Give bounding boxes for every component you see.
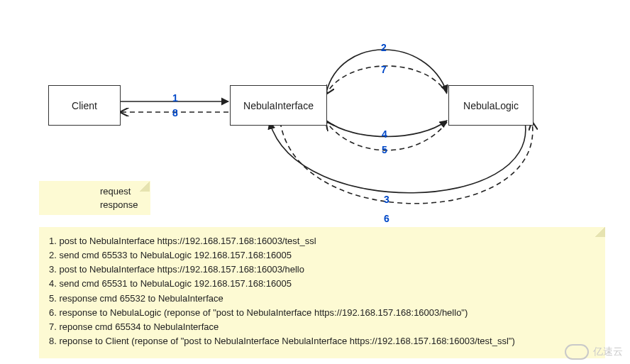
- step-line: 4. send cmd 65531 to NebulaLogic 192.168…: [49, 277, 595, 291]
- node-client-label: Client: [72, 100, 97, 111]
- step-line: 7. reponse cmd 65534 to NebulaInterface: [49, 320, 595, 334]
- edge-6: [280, 122, 533, 204]
- edge-3: [270, 122, 526, 193]
- edge-label-7: 7: [381, 64, 387, 75]
- watermark-text: 亿速云: [593, 346, 623, 358]
- edge-label-6: 6: [384, 213, 389, 224]
- node-client: Client: [48, 85, 121, 126]
- step-line: 8. reponse to Client (reponse of "post t…: [49, 334, 595, 348]
- steps-note: 1. post to NebulaInterface https://192.1…: [39, 227, 605, 358]
- edge-label-3: 3: [384, 194, 389, 205]
- diagram-canvas: Client NebulaInterface NebulaLogic 1 8 2…: [0, 0, 630, 364]
- note-fold-icon: [140, 182, 150, 192]
- legend-response-label: response: [100, 199, 138, 210]
- step-line: 2. send cmd 65533 to NebulaLogic 192.168…: [49, 248, 595, 263]
- step-line: 1. post to NebulaInterface https://192.1…: [49, 234, 595, 248]
- node-logic-label: NebulaLogic: [463, 100, 519, 111]
- node-logic: NebulaLogic: [448, 85, 534, 126]
- edge-label-4: 4: [382, 128, 387, 140]
- watermark: 亿速云: [565, 344, 623, 360]
- edge-label-5: 5: [382, 144, 387, 155]
- edge-label-8: 8: [172, 107, 178, 118]
- step-line: 3. post to NebulaInterface https://192.1…: [49, 263, 595, 277]
- step-line: 6. response to NebulaLogic (reponse of "…: [49, 306, 595, 320]
- node-interface-label: NebulaInterface: [243, 100, 314, 111]
- cloud-icon: [565, 344, 589, 360]
- node-interface: NebulaInterface: [230, 85, 327, 126]
- legend: request response: [39, 181, 150, 215]
- edge-label-2: 2: [381, 42, 387, 53]
- note-fold-icon: [595, 227, 605, 237]
- step-line: 5. response cmd 65532 to NebulaInterface: [49, 292, 595, 306]
- legend-request-label: request: [100, 186, 131, 197]
- edge-label-1: 1: [172, 92, 178, 104]
